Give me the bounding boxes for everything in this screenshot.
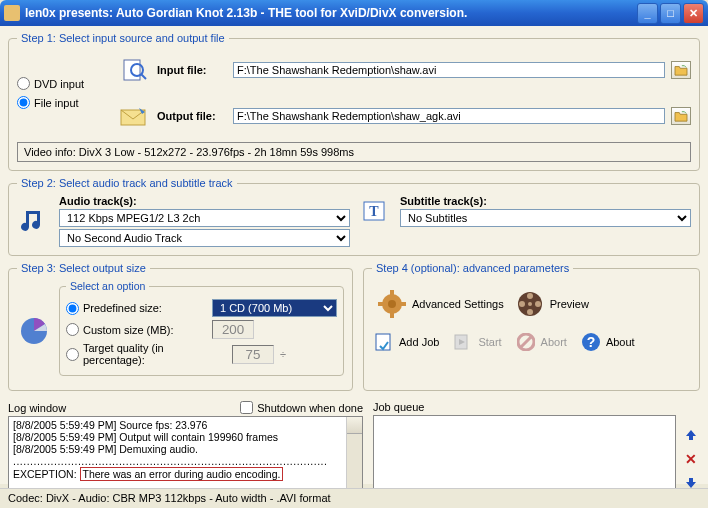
add-job-icon bbox=[374, 332, 394, 352]
gear-icon bbox=[378, 290, 406, 318]
custom-size-radio[interactable]: Custom size (MB): bbox=[66, 323, 206, 336]
start-button[interactable]: Start bbox=[453, 332, 501, 352]
svg-point-14 bbox=[527, 293, 533, 299]
svg-rect-10 bbox=[390, 312, 394, 318]
stop-icon bbox=[516, 332, 536, 352]
video-info-box: Video info: DivX 3 Low - 512x272 - 23.97… bbox=[17, 142, 691, 162]
svg-rect-9 bbox=[390, 290, 394, 296]
abort-label: Abort bbox=[541, 336, 567, 348]
input-file-label: Input file: bbox=[157, 64, 227, 76]
svg-point-8 bbox=[388, 300, 396, 308]
music-note-icon bbox=[17, 204, 51, 238]
move-up-button[interactable] bbox=[682, 426, 700, 444]
target-quality-label: Target quality (in percentage): bbox=[83, 342, 226, 366]
svg-line-22 bbox=[521, 337, 531, 347]
log-dashes: ........................................… bbox=[13, 455, 358, 467]
output-file-label: Output file: bbox=[157, 110, 227, 122]
status-bar: Codec: DivX - Audio: CBR MP3 112kbps - A… bbox=[0, 488, 708, 508]
about-label: About bbox=[606, 336, 635, 348]
file-input-label: File input bbox=[34, 97, 79, 109]
predefined-size-label: Predefined size: bbox=[83, 302, 162, 314]
help-icon: ? bbox=[581, 332, 601, 352]
browse-output-button[interactable] bbox=[671, 107, 691, 125]
svg-point-16 bbox=[519, 301, 525, 307]
log-line: [8/8/2005 5:59:49 PM] Demuxing audio. bbox=[13, 443, 358, 455]
log-window-label: Log window bbox=[8, 402, 66, 414]
predefined-size-select[interactable]: 1 CD (700 Mb) bbox=[212, 299, 337, 317]
select-option-legend: Select an option bbox=[66, 280, 149, 292]
abort-button[interactable]: Abort bbox=[516, 332, 567, 352]
app-icon bbox=[4, 5, 20, 21]
step4-legend: Step 4 (optional): advanced parameters bbox=[372, 262, 573, 274]
input-file-field[interactable] bbox=[233, 62, 665, 78]
preview-label: Preview bbox=[550, 298, 589, 310]
file-input-radio[interactable]: File input bbox=[17, 96, 107, 109]
audio-track2-select[interactable]: No Second Audio Track bbox=[59, 229, 350, 247]
custom-size-field[interactable] bbox=[212, 320, 254, 339]
step2-legend: Step 2: Select audio track and subtitle … bbox=[17, 177, 237, 189]
audio-tracks-label: Audio track(s): bbox=[59, 195, 350, 207]
step2-group: Step 2: Select audio track and subtitle … bbox=[8, 177, 700, 256]
step4-group: Step 4 (optional): advanced parameters A… bbox=[363, 262, 700, 391]
svg-point-17 bbox=[535, 301, 541, 307]
target-quality-field[interactable] bbox=[232, 345, 274, 364]
pie-chart-icon bbox=[17, 314, 51, 348]
svg-text:T: T bbox=[369, 204, 379, 219]
audio-track1-select[interactable]: 112 Kbps MPEG1/2 L3 2ch bbox=[59, 209, 350, 227]
subtitle-track-select[interactable]: No Subtitles bbox=[400, 209, 691, 227]
output-file-field[interactable] bbox=[233, 108, 665, 124]
close-button[interactable]: ✕ bbox=[683, 3, 704, 24]
delete-job-button[interactable]: ✕ bbox=[682, 450, 700, 468]
log-line: [8/8/2005 5:59:49 PM] Output will contai… bbox=[13, 431, 358, 443]
advanced-settings-button[interactable]: Advanced Settings bbox=[378, 290, 504, 318]
film-reel-icon bbox=[516, 290, 544, 318]
step1-legend: Step 1: Select input source and output f… bbox=[17, 32, 229, 44]
preview-button[interactable]: Preview bbox=[516, 290, 589, 318]
custom-size-label: Custom size (MB): bbox=[83, 324, 173, 336]
browse-input-button[interactable] bbox=[671, 61, 691, 79]
shutdown-checkbox[interactable]: Shutdown when done bbox=[240, 401, 363, 414]
play-icon bbox=[453, 332, 473, 352]
svg-text:?: ? bbox=[587, 334, 596, 350]
subtitle-icon: T bbox=[358, 195, 392, 229]
advanced-settings-label: Advanced Settings bbox=[412, 298, 504, 310]
start-label: Start bbox=[478, 336, 501, 348]
target-quality-radio[interactable]: Target quality (in percentage): bbox=[66, 342, 226, 366]
step1-group: Step 1: Select input source and output f… bbox=[8, 32, 700, 171]
titlebar: len0x presents: Auto Gordian Knot 2.13b … bbox=[0, 0, 708, 26]
log-line: [8/8/2005 5:59:49 PM] Source fps: 23.976 bbox=[13, 419, 358, 431]
svg-point-18 bbox=[528, 302, 532, 306]
about-button[interactable]: ? About bbox=[581, 332, 635, 352]
window-title: len0x presents: Auto Gordian Knot 2.13b … bbox=[25, 6, 635, 20]
maximize-button[interactable]: □ bbox=[660, 3, 681, 24]
envelope-icon bbox=[117, 99, 151, 133]
job-queue-label: Job queue bbox=[373, 401, 676, 413]
svg-rect-11 bbox=[378, 302, 384, 306]
search-file-icon bbox=[117, 53, 151, 87]
step3-group: Step 3: Select output size Select an opt… bbox=[8, 262, 353, 391]
svg-line-2 bbox=[141, 74, 146, 79]
exception-label: EXCEPTION: bbox=[13, 468, 77, 480]
svg-rect-12 bbox=[400, 302, 406, 306]
step3-legend: Step 3: Select output size bbox=[17, 262, 150, 274]
exception-message: There was an error during audio encoding… bbox=[80, 467, 284, 481]
predefined-size-radio[interactable]: Predefined size: bbox=[66, 302, 206, 315]
dvd-input-radio[interactable]: DVD input bbox=[17, 77, 107, 90]
minimize-button[interactable]: _ bbox=[637, 3, 658, 24]
log-exception-line: EXCEPTION: There was an error during aud… bbox=[13, 467, 358, 481]
dvd-input-label: DVD input bbox=[34, 78, 84, 90]
add-job-button[interactable]: Add Job bbox=[374, 332, 439, 352]
svg-point-15 bbox=[527, 309, 533, 315]
add-job-label: Add Job bbox=[399, 336, 439, 348]
shutdown-label: Shutdown when done bbox=[257, 402, 363, 414]
subtitle-tracks-label: Subtitle track(s): bbox=[400, 195, 691, 207]
window-content: Step 1: Select input source and output f… bbox=[0, 26, 708, 484]
